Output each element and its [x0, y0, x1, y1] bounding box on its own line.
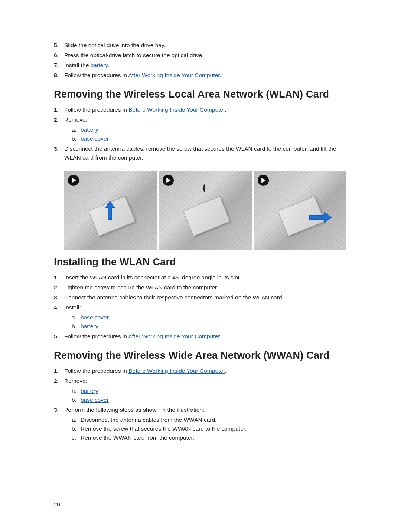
substep-letter: a.: [72, 125, 81, 134]
play-icon: [163, 175, 174, 186]
step-number: 8.: [54, 71, 64, 80]
step-text: Remove:a.batteryb.base cover: [64, 115, 349, 143]
substep: a.battery: [64, 387, 349, 395]
substep: b.base cover: [64, 134, 349, 143]
substep-letter: c.: [72, 433, 81, 442]
step: 3.Connect the antenna cables to their re…: [54, 293, 349, 302]
step-text: Slide the optical drive into the drive b…: [64, 41, 349, 50]
step: 2.Remove:a.batteryb.base cover: [54, 115, 349, 143]
page-number: 20: [54, 501, 60, 508]
step-text: Follow the procedures in After Working I…: [64, 332, 349, 341]
substep-text: battery: [81, 387, 349, 395]
step: 8.Follow the procedures in After Working…: [54, 71, 349, 80]
step-text: Install:a.base coverb.battery: [64, 303, 349, 331]
step: 5.Follow the procedures in After Working…: [54, 332, 349, 341]
step-number: 1.: [54, 105, 64, 114]
substep-letter: a.: [72, 387, 81, 395]
substep-text: base cover: [81, 313, 349, 322]
substep: a.base cover: [64, 313, 349, 322]
link-battery[interactable]: battery: [81, 127, 98, 133]
link-after-working[interactable]: After Working Inside Your Computer: [128, 72, 219, 78]
link-after-working[interactable]: After Working Inside Your Computer: [128, 333, 219, 339]
link-base-cover[interactable]: base cover: [81, 314, 109, 321]
link-before-working[interactable]: Before Working Inside Your Computer: [128, 106, 225, 113]
step-number: 1.: [54, 367, 64, 375]
substeps: a.batteryb.base cover: [64, 125, 349, 143]
step-number: 5.: [54, 41, 64, 50]
link-base-cover[interactable]: base cover: [81, 135, 109, 142]
step: 5.Slide the optical drive into the drive…: [54, 41, 349, 50]
heading-remove-wlan: Removing the Wireless Local Area Network…: [54, 89, 349, 100]
substep: c.Remove the WWAN card from the computer…: [64, 433, 349, 442]
step-text: Follow the procedures in After Working I…: [64, 71, 349, 80]
step-text: Follow the procedures in Before Working …: [64, 105, 349, 114]
step: 3.Perform the following steps as shown i…: [54, 405, 349, 442]
substep-letter: a.: [72, 416, 81, 424]
wlan-removal-figure: [64, 171, 346, 250]
step-text: Insert the WLAN card in its connector at…: [64, 273, 349, 282]
step: 2.Remove:a.batteryb.base cover: [54, 377, 349, 404]
substep-letter: b.: [72, 424, 81, 433]
link-before-working[interactable]: Before Working Inside Your Computer: [128, 368, 225, 374]
step-number: 7.: [54, 61, 64, 70]
substep-letter: b.: [72, 134, 81, 143]
substep: a.Disconnect the antenna cables from the…: [64, 416, 349, 424]
arrow-right-icon: [309, 212, 332, 223]
step-number: 6.: [54, 51, 64, 60]
step-number: 3.: [54, 405, 64, 442]
screw-icon: [203, 185, 209, 207]
prior-section-steps: 5.Slide the optical drive into the drive…: [54, 41, 349, 80]
step-text: Press the optical-drive latch to secure …: [64, 51, 349, 60]
heading-install-wlan: Installing the WLAN Card: [54, 256, 349, 268]
step-number: 2.: [54, 115, 64, 143]
step-text: Connect the antenna cables to their resp…: [64, 293, 349, 302]
substep-letter: b.: [72, 395, 81, 404]
substep: b.battery: [64, 322, 349, 331]
step-number: 1.: [54, 273, 64, 282]
step: 1.Insert the WLAN card in its connector …: [54, 273, 349, 282]
step-text: Tighten the screw to secure the WLAN car…: [64, 283, 349, 292]
arrow-up-icon: [105, 201, 115, 220]
step-text: Follow the procedures in Before Working …: [64, 367, 349, 375]
substep-text: battery: [81, 125, 349, 134]
step-number: 3.: [54, 144, 64, 162]
step-text: Install the battery.: [64, 61, 349, 70]
substep-letter: a.: [72, 313, 81, 322]
step: 2.Tighten the screw to secure the WLAN c…: [54, 283, 349, 292]
play-icon: [258, 175, 269, 186]
step-number: 2.: [54, 283, 64, 292]
step: 1.Follow the procedures in Before Workin…: [54, 105, 349, 114]
step-number: 2.: [54, 377, 64, 404]
substep: a.battery: [64, 125, 349, 134]
step: 6.Press the optical-drive latch to secur…: [54, 51, 349, 60]
link-base-cover[interactable]: base cover: [81, 397, 109, 403]
substep: b.base cover: [64, 395, 349, 404]
substep-text: base cover: [81, 134, 349, 143]
link-battery[interactable]: battery: [81, 388, 98, 394]
substep-text: Remove the screw that secures the WWAN c…: [81, 424, 349, 433]
link-battery[interactable]: battery: [91, 62, 108, 68]
substep-text: battery: [81, 322, 349, 331]
install-wlan-steps: 1.Insert the WLAN card in its connector …: [54, 273, 349, 341]
heading-remove-wwan: Removing the Wireless Wide Area Network …: [54, 350, 349, 361]
figure-panel-1: [64, 171, 157, 250]
play-icon: [68, 175, 79, 186]
step-text: Perform the following steps as shown in …: [64, 405, 349, 442]
step: 7.Install the battery.: [54, 61, 349, 70]
substeps: a.Disconnect the antenna cables from the…: [64, 416, 349, 442]
step: 1.Follow the procedures in Before Workin…: [54, 367, 349, 375]
step-number: 3.: [54, 293, 64, 302]
substeps: a.batteryb.base cover: [64, 387, 349, 404]
step-number: 5.: [54, 332, 64, 341]
page-content: 5.Slide the optical drive into the drive…: [54, 41, 349, 451]
step-text: Remove:a.batteryb.base cover: [64, 377, 349, 404]
substep-text: Disconnect the antenna cables from the W…: [81, 416, 349, 424]
remove-wwan-steps: 1.Follow the procedures in Before Workin…: [54, 367, 349, 442]
step-text: Disconnect the antenna cables, remove th…: [64, 144, 349, 162]
substep-text: Remove the WWAN card from the computer.: [81, 433, 349, 442]
substeps: a.base coverb.battery: [64, 313, 349, 331]
link-battery[interactable]: battery: [81, 323, 98, 329]
step-number: 4.: [54, 303, 64, 331]
step: 3.Disconnect the antenna cables, remove …: [54, 144, 349, 162]
substep-text: base cover: [81, 395, 349, 404]
